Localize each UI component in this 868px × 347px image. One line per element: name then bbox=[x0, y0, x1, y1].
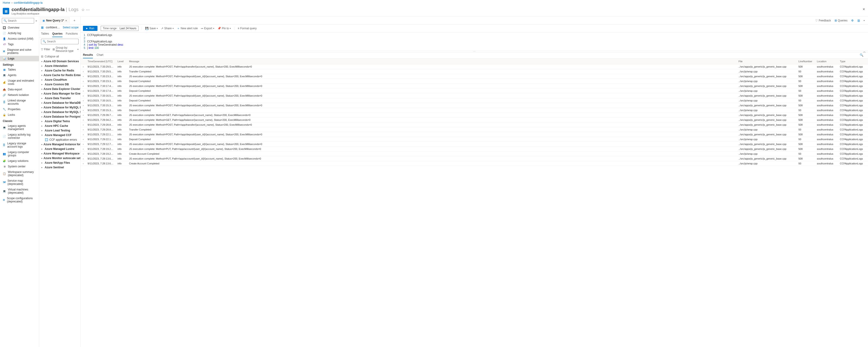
nav-item[interactable]: 📄Legacy activity log connector bbox=[0, 132, 39, 141]
expand-row-icon[interactable]: › bbox=[81, 64, 86, 69]
tree-item[interactable]: Azure NetApp Files bbox=[40, 161, 80, 165]
tree-item[interactable]: Azure Managed Instance for Apach bbox=[40, 142, 80, 147]
results-splitter[interactable]: ⋯ ︽ bbox=[81, 51, 868, 52]
nav-item[interactable]: 📤Data export bbox=[0, 87, 39, 92]
nav-item[interactable]: 📄Activity log bbox=[0, 30, 39, 36]
tab-queries[interactable]: Queries bbox=[52, 32, 63, 37]
table-row[interactable]: ›9/11/2023, 7:33:29.593 PMinfoJS executi… bbox=[81, 64, 868, 69]
nav-item[interactable]: 👤Access control (IAM) bbox=[0, 36, 39, 41]
breadcrumb-home[interactable]: Home bbox=[3, 1, 10, 4]
expand-row-icon[interactable]: › bbox=[81, 156, 86, 161]
nav-item[interactable]: 💻Agents bbox=[0, 73, 39, 78]
nav-item[interactable]: 🗄Linked storage accounts bbox=[0, 98, 39, 107]
share-button[interactable]: ↗ Share ▾ bbox=[161, 27, 174, 30]
tab-tables[interactable]: Tables bbox=[41, 32, 49, 37]
nav-item[interactable]: 🔗Network isolation bbox=[0, 92, 39, 98]
expand-row-icon[interactable]: › bbox=[81, 84, 86, 89]
expand-row-icon[interactable]: › bbox=[81, 142, 86, 147]
tree-item[interactable]: Azure Managed Workspace for Gra bbox=[40, 151, 80, 156]
tree-item[interactable]: Azure Cosmos DB bbox=[40, 82, 80, 87]
table-row[interactable]: ›9/11/2023, 7:33:23.329 PMinfoJS executi… bbox=[81, 74, 868, 79]
nav-item[interactable]: 🖥System center bbox=[0, 164, 39, 169]
nav-item[interactable]: 🛠Diagnose and solve problems bbox=[0, 47, 39, 56]
time-range-picker[interactable]: Time range : Last 24 hours bbox=[101, 26, 138, 31]
run-button[interactable]: ▶ Run bbox=[83, 26, 97, 31]
code-line[interactable]: | limit 100 bbox=[87, 46, 99, 50]
table-row[interactable]: ›9/11/2023, 7:33:15.377 PMinfoDeposit Co… bbox=[81, 108, 868, 113]
tree-item[interactable]: Azure Attestation bbox=[40, 64, 80, 68]
expand-row-icon[interactable]: › bbox=[81, 79, 86, 84]
table-row[interactable]: ›9/11/2023, 7:29:22.160 PMinfoDeposit Co… bbox=[81, 137, 868, 142]
code-line[interactable]: CCFApplicationLogs bbox=[87, 40, 112, 43]
table-row[interactable]: ›9/11/2023, 7:29:12.783 PMinfoJS executi… bbox=[81, 142, 868, 147]
tree-item[interactable]: Azure Data Transfer bbox=[40, 96, 80, 100]
expand-row-icon[interactable]: › bbox=[81, 137, 86, 142]
expand-row-icon[interactable]: › bbox=[81, 74, 86, 79]
column-header[interactable]: File bbox=[737, 59, 797, 64]
nav-item[interactable]: 🔒Locks bbox=[0, 112, 39, 118]
settings-gear-icon[interactable]: ⚙ bbox=[851, 19, 854, 22]
expand-row-icon[interactable]: › bbox=[81, 89, 86, 93]
expand-row-icon[interactable]: › bbox=[81, 122, 86, 127]
expand-row-icon[interactable]: › bbox=[81, 103, 86, 108]
tree-item[interactable]: Azure Load Testing bbox=[40, 128, 80, 133]
tab-functions[interactable]: Functions bbox=[66, 32, 78, 37]
column-header[interactable]: LineNumber bbox=[797, 59, 815, 64]
expand-row-icon[interactable]: › bbox=[81, 108, 86, 113]
tree-child[interactable]: CCF application errors bbox=[40, 137, 80, 142]
tree-item[interactable]: Azure Data Manager for Energy bbox=[40, 91, 80, 96]
nav-item[interactable]: 🔲Overview bbox=[0, 25, 39, 30]
tree-item[interactable]: Azure AD Domain Services bbox=[40, 59, 80, 64]
column-header[interactable]: Type bbox=[838, 59, 868, 64]
select-scope-link[interactable]: Select scope bbox=[63, 26, 79, 29]
nav-item[interactable]: ▦Tables bbox=[0, 67, 39, 73]
tab-chart[interactable]: Chart bbox=[97, 53, 103, 58]
expand-row-icon[interactable]: › bbox=[81, 98, 86, 103]
filter-button[interactable]: ▽ Filter bbox=[41, 48, 50, 51]
tree-item[interactable]: Azure Database for MariaDB Serve bbox=[40, 100, 80, 105]
tree-item[interactable]: Azure Managed Lustre bbox=[40, 147, 80, 151]
table-row[interactable]: ›9/11/2023, 7:28:13.692 PMinfoCreate Acc… bbox=[81, 161, 868, 166]
nav-item[interactable]: 🗺Service map (deprecated) bbox=[0, 178, 39, 187]
expand-row-icon[interactable]: › bbox=[81, 161, 86, 166]
tree-item[interactable]: Azure Managed CCF bbox=[40, 133, 80, 137]
nav-item[interactable]: 📊Logs bbox=[0, 56, 39, 61]
tree-item[interactable]: Azure Database for PostgreSQL Se bbox=[40, 114, 80, 119]
table-row[interactable]: ›9/11/2023, 7:29:34.294 PMinfoJS executi… bbox=[81, 118, 868, 122]
table-row[interactable]: ›9/11/2023, 7:33:23.329 PMinfoDeposit Co… bbox=[81, 79, 868, 84]
queries-search-box[interactable]: 🔍 bbox=[41, 39, 79, 44]
nav-item[interactable]: 💻Virtual machines (deprecated) bbox=[0, 187, 39, 196]
code-line[interactable]: CCFApplicationLogs bbox=[87, 33, 112, 37]
chevron-up-icon[interactable]: ︽ bbox=[863, 50, 866, 53]
close-tab-icon[interactable]: ✕ bbox=[65, 19, 67, 22]
table-row[interactable]: ›9/11/2023, 7:29:28.822 PMinfoJS executi… bbox=[81, 122, 868, 127]
results-search-icon[interactable]: 🔍 bbox=[860, 53, 866, 58]
nav-search-box[interactable]: 🔍 bbox=[2, 18, 34, 24]
tab-results[interactable]: Results bbox=[83, 53, 93, 58]
more-icon[interactable]: ⋯ bbox=[86, 8, 90, 12]
nav-item[interactable]: 💰Usage and estimated costs bbox=[0, 78, 39, 87]
save-button[interactable]: 💾 Save ▾ bbox=[145, 27, 158, 30]
tree-item[interactable]: Azure Cache for Redis bbox=[40, 68, 80, 73]
table-row[interactable]: ›9/11/2023, 7:29:28.822 PMinfoTransfer C… bbox=[81, 127, 868, 132]
tree-item[interactable]: Azure HPC Cache bbox=[40, 123, 80, 128]
table-row[interactable]: ›9/11/2023, 7:28:13.692 PMinfoJS executi… bbox=[81, 156, 868, 161]
query-editor[interactable]: 1CCFApplicationLogs23CCFApplicationLogs4… bbox=[81, 32, 868, 51]
table-row[interactable]: ›9/11/2023, 7:29:22.160 PMinfoJS executi… bbox=[81, 132, 868, 137]
queries-search-input[interactable] bbox=[47, 40, 77, 43]
column-header[interactable]: Message bbox=[127, 59, 737, 64]
table-row[interactable]: ›9/11/2023, 7:28:19.225 PMinfoCreate Acc… bbox=[81, 151, 868, 156]
tree-item[interactable]: Azure Database for MySQL Flexible bbox=[40, 105, 80, 110]
tree-item[interactable]: Azure Data Explorer Clusters bbox=[40, 87, 80, 91]
expand-row-icon[interactable]: › bbox=[81, 127, 86, 132]
panel-toggle-icon[interactable]: ▥ bbox=[858, 19, 860, 22]
expand-row-icon[interactable]: › bbox=[81, 93, 86, 98]
nav-item[interactable]: 🧩Legacy solutions bbox=[0, 158, 39, 164]
table-row[interactable]: ›9/11/2023, 7:33:29.593 PMinfoTransfer C… bbox=[81, 69, 868, 74]
tree-item[interactable]: Azure Digital Twins bbox=[40, 119, 80, 123]
nav-item[interactable]: 👥Legacy computer groups bbox=[0, 149, 39, 158]
expand-row-icon[interactable]: › bbox=[81, 147, 86, 151]
nav-item[interactable]: 🏷Tags bbox=[0, 41, 39, 47]
nav-item[interactable]: 💻Legacy agents management bbox=[0, 123, 39, 132]
new-alert-button[interactable]: ＋ New alert rule bbox=[177, 27, 198, 30]
